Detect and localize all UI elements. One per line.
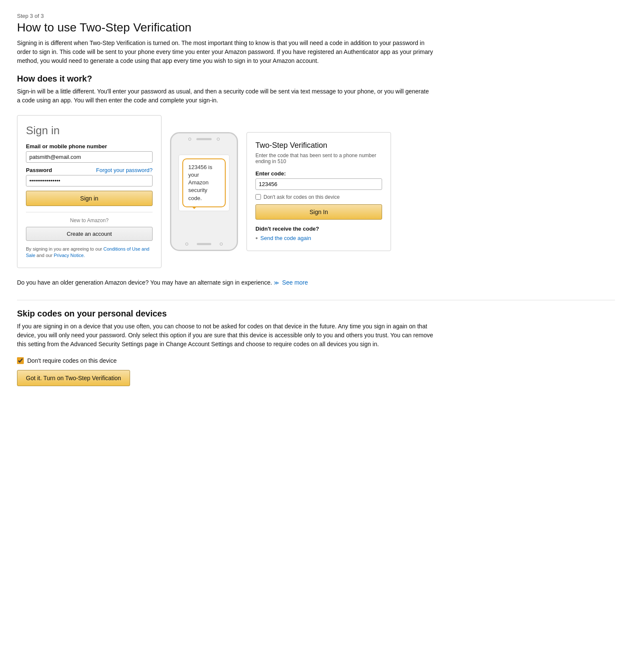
tsv-panel: Two-Step Verification Enter the code tha…	[247, 132, 391, 251]
email-input[interactable]	[26, 151, 153, 163]
phone-dot-left	[188, 138, 191, 141]
create-account-button[interactable]: Create an account	[26, 227, 153, 241]
step-label: Step 3 of 3	[17, 13, 615, 19]
skip-checkbox[interactable]	[17, 357, 24, 364]
demo-panels: Sign in Email or mobile phone number Pas…	[17, 115, 442, 268]
older-device-text: Do you have an older generation Amazon d…	[17, 278, 615, 287]
phone-bottom	[185, 238, 223, 246]
divider	[17, 300, 615, 300]
tsv-signin-button[interactable]: Sign In	[255, 204, 382, 220]
send-again-link[interactable]: Send the code again	[261, 235, 311, 241]
signin-panel: Sign in Email or mobile phone number Pas…	[17, 115, 162, 268]
password-label: Password	[26, 167, 52, 173]
email-label: Email or mobile phone number	[26, 143, 153, 150]
dont-ask-row: Don't ask for codes on this device	[255, 194, 382, 200]
tsv-subtitle: Enter the code that has been sent to a p…	[255, 152, 382, 164]
send-again-row: • Send the code again	[255, 234, 382, 242]
turn-on-button[interactable]: Got it. Turn on Two-Step Verification	[17, 370, 130, 386]
password-input[interactable]	[26, 175, 153, 186]
bullet-icon: •	[255, 234, 258, 242]
skip-section-heading: Skip codes on your personal devices	[17, 309, 615, 319]
skip-section-text: If you are signing in on a device that y…	[17, 322, 434, 349]
signin-button[interactable]: Sign in	[26, 191, 153, 206]
phone-dot-right	[217, 138, 220, 141]
phone-screen: 123456 is your Amazon security code.	[179, 155, 230, 211]
skip-checkbox-row: Don't require codes on this device	[17, 357, 615, 364]
dont-ask-checkbox[interactable]	[255, 194, 261, 200]
code-input[interactable]	[255, 178, 382, 190]
skip-checkbox-label: Don't require codes on this device	[27, 357, 116, 364]
tsv-title: Two-Step Verification	[255, 141, 382, 150]
new-to-amazon-label: New to Amazon?	[26, 212, 153, 223]
forgot-password-link[interactable]: Forgot your password?	[96, 167, 153, 173]
signin-title: Sign in	[26, 124, 153, 137]
phone-device: 123456 is your Amazon security code.	[170, 132, 238, 251]
phone-speaker	[196, 138, 212, 140]
see-more-icon: ≫	[274, 280, 279, 286]
speech-bubble: 123456 is your Amazon security code.	[182, 158, 226, 207]
page-title: How to use Two-Step Verification	[17, 21, 615, 34]
privacy-link[interactable]: Privacy Notice.	[54, 253, 85, 258]
phone-home-bar	[197, 243, 211, 245]
dont-ask-label: Don't ask for codes on this device	[264, 194, 340, 200]
intro-text: Signing in is different when Two-Step Ve…	[17, 39, 434, 65]
code-label: Enter code:	[255, 170, 382, 177]
terms-text: By signing in you are agreeing to our Co…	[26, 246, 153, 259]
see-more-link[interactable]: See more	[282, 279, 308, 286]
didnt-receive-label: Didn't receive the code?	[255, 226, 382, 232]
phone-bottom-dot	[185, 243, 188, 246]
phone-illustration: 123456 is your Amazon security code.	[162, 132, 247, 251]
phone-bottom-dot2	[220, 243, 223, 246]
how-it-works-heading: How does it work?	[17, 74, 615, 84]
how-it-works-text: Sign-in will be a little different. You'…	[17, 87, 434, 105]
